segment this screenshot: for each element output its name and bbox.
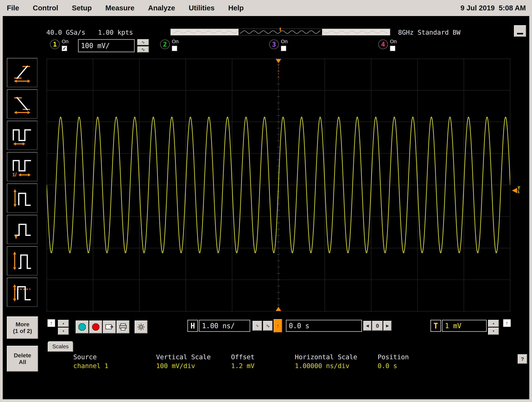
spinner-up-button[interactable]: ▲: [58, 320, 69, 327]
up-arrow-icon: ↑: [50, 320, 52, 326]
v-amplitude-icon: [12, 251, 32, 271]
waveform-display[interactable]: [47, 59, 510, 311]
print-button[interactable]: [117, 320, 129, 333]
position-zero-button[interactable]: 0: [372, 321, 383, 331]
measure-fall-time-button[interactable]: [7, 89, 38, 119]
question-mark-icon: ?: [521, 356, 524, 362]
measure-vpp-button[interactable]: [7, 184, 38, 213]
channel-3-badge[interactable]: 3: [269, 39, 279, 49]
trigger-level-display[interactable]: 1 mV: [442, 320, 487, 332]
measure-frequency-button[interactable]: 1/: [7, 152, 38, 181]
menu-file[interactable]: File: [0, 4, 26, 12]
trigger-key[interactable]: T: [431, 320, 441, 332]
measure-vtop-button[interactable]: [7, 215, 38, 244]
left-arrow-icon: ◀: [366, 324, 369, 328]
delete-all-label-line1: Delete: [14, 352, 31, 359]
channel-3-on-checkbox[interactable]: [281, 46, 286, 51]
scales-tab-label: Scales: [52, 343, 69, 350]
scales-tab[interactable]: Scales: [48, 341, 73, 351]
measure-vamplitude-button[interactable]: [7, 246, 38, 275]
scales-header-position: Position: [378, 353, 409, 361]
channel-1-on-label: On: [62, 38, 69, 44]
channel-4-on-checkbox[interactable]: [390, 46, 395, 51]
channel-1-on-checkbox[interactable]: ✓: [62, 46, 67, 51]
channel-1-coupling-button-bottom[interactable]: ∿: [137, 46, 149, 52]
scales-value-position: 0.0 s: [378, 362, 397, 370]
delete-all-button[interactable]: Delete All: [7, 346, 38, 372]
horizontal-zoom-button[interactable]: ∿: [263, 321, 273, 331]
more-label-line2: (1 of 2): [13, 328, 32, 334]
trigger-position-button[interactable]: ↑: [274, 319, 282, 332]
channel-1-scale-display[interactable]: 100 mV/: [78, 39, 135, 52]
more-measurements-button[interactable]: More (1 of 2): [7, 316, 38, 339]
channel-1-coupling-button-top[interactable]: ∿: [137, 39, 149, 45]
rise-time-icon: [12, 62, 32, 83]
clear-display-sun-icon: [137, 323, 146, 331]
right-arrow-icon: ▶: [386, 324, 389, 328]
expand-right-button[interactable]: ↑: [503, 319, 511, 327]
ac-coupling-icon: ∿: [141, 47, 145, 52]
measure-vovershoot-button[interactable]: [7, 278, 38, 307]
position-left-button[interactable]: ◀: [363, 321, 372, 331]
memory-depth-readout: 1.00 kpts: [98, 29, 133, 36]
spinner-up-icon: ▲: [62, 322, 65, 325]
menu-setup[interactable]: Setup: [65, 4, 99, 12]
spinner-down-button[interactable]: ▼: [58, 328, 69, 335]
channel-2-on-label: On: [172, 38, 179, 44]
v-overshoot-icon: [12, 282, 32, 302]
zero-label: 0: [376, 323, 379, 329]
channel-1-scale-value: 100 mV/: [81, 42, 110, 50]
scales-value-source: channel 1: [73, 362, 108, 370]
stop-circle-icon: [92, 323, 100, 331]
channel-2-badge[interactable]: 2: [160, 39, 170, 49]
bandwidth-readout: 8GHz Standard BW: [398, 29, 460, 36]
horizontal-position-display[interactable]: 0.0 s: [286, 320, 362, 332]
up-arrow-icon: ↑: [506, 320, 508, 326]
channel-1-badge[interactable]: 1: [50, 39, 60, 49]
trigger-spinner-down-button[interactable]: ▼: [488, 328, 499, 335]
screen-capture-button[interactable]: [103, 320, 116, 333]
scales-header-source: Source: [73, 353, 97, 361]
trigger-spinner-up-button[interactable]: ▲: [488, 320, 499, 327]
horizontal-key[interactable]: H: [187, 320, 198, 332]
position-right-button[interactable]: ▶: [383, 321, 392, 331]
menubar: File Control Setup Measure Analyze Utili…: [0, 0, 532, 16]
run-octagon-icon: [78, 323, 86, 331]
help-button[interactable]: ?: [518, 354, 527, 364]
menu-utilities[interactable]: Utilities: [182, 4, 221, 12]
svg-text:1/: 1/: [12, 172, 17, 177]
channel-4-badge[interactable]: 4: [378, 39, 388, 49]
acquisition-memory-bar[interactable]: [171, 28, 390, 37]
v-top-icon: [12, 219, 32, 240]
stop-button[interactable]: [89, 320, 102, 333]
channel-4-on-label: On: [390, 38, 397, 44]
small-sine-icon: ∿: [256, 324, 259, 328]
menu-help[interactable]: Help: [221, 4, 251, 12]
trigger-level-marker[interactable]: ◀ T 1: [512, 186, 520, 193]
channel-2-on-checkbox[interactable]: [172, 46, 177, 51]
sample-rate-readout: 40.0 GSa/s: [46, 29, 85, 36]
minimize-button[interactable]: [514, 25, 526, 37]
menu-analyze[interactable]: Analyze: [141, 4, 182, 12]
sine-icon: ∿: [266, 323, 270, 329]
datetime-display: 9 Jul 2019 5:08 AM: [460, 4, 532, 12]
scales-header-offset: Offset: [231, 353, 254, 361]
run-button[interactable]: [76, 320, 89, 333]
trigger-spinner: ▲ ▼: [488, 320, 499, 335]
measure-rise-time-button[interactable]: [7, 58, 38, 87]
expand-left-button[interactable]: ↑: [47, 319, 55, 327]
clear-display-button[interactable]: [135, 320, 148, 333]
horizontal-search-button[interactable]: ∿: [253, 321, 262, 331]
trigger-level-value: 1 mV: [445, 322, 461, 330]
measure-period-button[interactable]: [7, 121, 38, 150]
spinner-down-icon: ▼: [492, 330, 495, 333]
up-arrow-icon: ↑: [277, 323, 279, 329]
more-label-line1: More: [15, 321, 29, 328]
scales-value-vertical: 100 mV/div: [156, 362, 195, 370]
menu-measure[interactable]: Measure: [99, 4, 141, 12]
menu-control[interactable]: Control: [26, 4, 65, 12]
oscilloscope-app: File Control Setup Measure Analyze Utili…: [0, 0, 532, 402]
frequency-icon: 1/: [12, 157, 32, 177]
timebase-display[interactable]: 1.00 ns/: [199, 320, 250, 332]
acquisition-status: 40.0 GSa/s 1.00 kpts: [46, 29, 133, 36]
